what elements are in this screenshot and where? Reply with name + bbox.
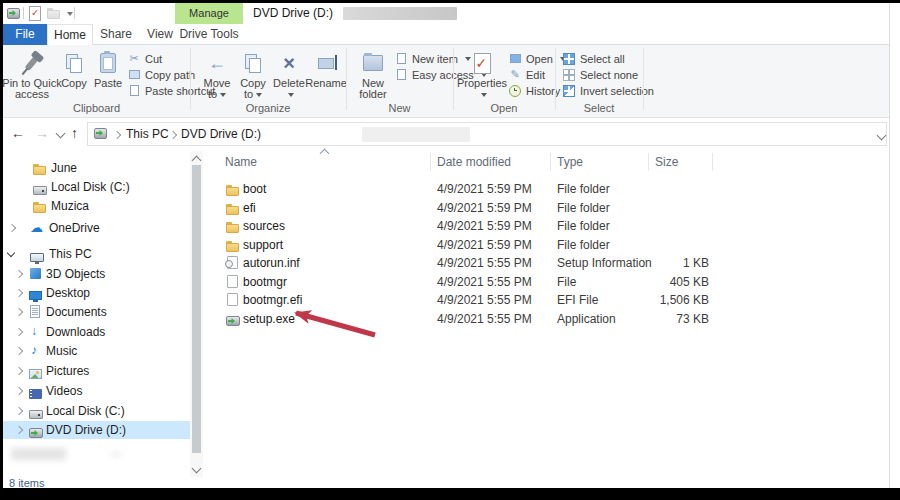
sidebar-item-documents[interactable]: Documents (3, 303, 190, 321)
cut-button[interactable]: ✂ Cut (127, 51, 162, 66)
expand-chevron-icon[interactable] (15, 426, 23, 434)
sidebar-item-dvd-drive-d[interactable]: DVD Drive (D:) (3, 421, 190, 439)
breadcrumb-chevron[interactable] (113, 131, 121, 139)
folder-icon (226, 241, 239, 252)
copy-to-button[interactable]: Copyto (236, 48, 270, 100)
sidebar-label: Local Disk (C:) (46, 402, 125, 420)
properties-button[interactable]: ✓ Properties (460, 48, 504, 100)
scroll-up-arrow[interactable] (192, 156, 202, 166)
paste-button[interactable]: Paste (90, 48, 126, 100)
open-icon (508, 54, 522, 63)
file-type: File folder (557, 217, 610, 235)
sidebar-item-june[interactable]: June (3, 159, 190, 177)
application-icon (226, 316, 240, 326)
address-bar[interactable]: This PC DVD Drive (D:) (87, 122, 887, 146)
column-divider[interactable] (430, 153, 431, 171)
sidebar-item-3d-objects[interactable]: 3D Objects (3, 265, 190, 283)
manage-tool-header[interactable]: Manage (175, 3, 243, 24)
invert-selection-button[interactable]: Invert selection (562, 83, 654, 98)
scroll-down-arrow[interactable] (192, 464, 202, 474)
select-none-button[interactable]: Select none (562, 67, 638, 82)
pin-to-quick-access-button[interactable]: Pin to Quickaccess (6, 48, 58, 100)
sidebar-item-music[interactable]: ♪ Music (3, 342, 190, 360)
sidebar-item-this-pc[interactable]: This PC (3, 245, 190, 263)
sidebar-item-downloads[interactable]: ↓ Downloads (3, 323, 190, 341)
group-divider (643, 48, 644, 110)
back-button[interactable]: ← (11, 125, 25, 141)
tab-drive-tools[interactable]: Drive Tools (175, 24, 243, 45)
expand-chevron-icon[interactable] (15, 328, 23, 336)
cut-label: Cut (145, 53, 162, 65)
tab-share[interactable]: Share (93, 24, 139, 45)
file-row-support[interactable]: support 4/9/2021 5:59 PM File folder (213, 236, 713, 254)
open-button[interactable]: Open (508, 51, 566, 66)
redacted-sidebar-item (11, 448, 66, 460)
file-row-efi[interactable]: efi 4/9/2021 5:59 PM File folder (213, 199, 713, 217)
column-divider[interactable] (550, 153, 551, 171)
select-all-label: Select all (580, 53, 625, 65)
file-type: File folder (557, 236, 610, 254)
sidebar-item-onedrive[interactable]: ☁ OneDrive (3, 219, 190, 237)
qat-customize-arrow[interactable] (67, 12, 73, 16)
sidebar-item-local-disk-c-2[interactable]: Local Disk (C:) (3, 402, 190, 420)
annotation-arrow (268, 296, 398, 351)
up-button[interactable]: ↑ (71, 125, 78, 141)
3d-objects-icon (30, 268, 41, 279)
documents-icon (30, 305, 40, 318)
scrollbar-thumb[interactable] (192, 165, 201, 453)
sidebar-label: DVD Drive (D:) (46, 421, 126, 439)
qat-properties-button[interactable]: ✓ (29, 6, 41, 24)
move-to-button[interactable]: ← Moveto (200, 48, 234, 100)
invert-selection-icon (562, 85, 576, 97)
file-row-bootmgr[interactable]: bootmgr 4/9/2021 5:55 PM File 405 KB (213, 273, 713, 291)
column-header-size[interactable]: Size (655, 155, 678, 169)
file-row-autorun-inf[interactable]: autorun.inf 4/9/2021 5:55 PM Setup Infor… (213, 254, 713, 272)
select-all-button[interactable]: Select all (562, 51, 625, 66)
sidebar-item-desktop[interactable]: Desktop (3, 284, 190, 302)
edit-button[interactable]: ✎ Edit (508, 67, 545, 82)
file-icon (227, 293, 238, 306)
column-divider[interactable] (712, 153, 713, 171)
tab-home[interactable]: Home (47, 24, 93, 45)
tab-file[interactable]: File (3, 24, 47, 45)
expand-chevron-icon[interactable] (8, 224, 16, 232)
file-row-boot[interactable]: boot 4/9/2021 5:59 PM File folder (213, 180, 713, 198)
sidebar-item-videos[interactable]: Videos (3, 382, 190, 400)
expand-chevron-icon[interactable] (15, 289, 23, 297)
expand-chevron-icon[interactable] (15, 367, 23, 375)
file-type: File (557, 273, 576, 291)
column-header-type[interactable]: Type (557, 155, 583, 169)
breadcrumb-this-pc[interactable]: This PC (126, 127, 169, 141)
rename-button[interactable]: Rename (306, 48, 346, 100)
file-date: 4/9/2021 5:55 PM (437, 273, 532, 291)
new-folder-button[interactable]: Newfolder (354, 48, 392, 100)
address-dropdown-chevron[interactable] (877, 131, 887, 141)
qat-folder-button[interactable] (47, 8, 60, 22)
expand-chevron-icon[interactable] (15, 347, 23, 355)
column-header-date-modified[interactable]: Date modified (437, 155, 511, 169)
file-row-sources[interactable]: sources 4/9/2021 5:59 PM File folder (213, 217, 713, 235)
cut-icon: ✂ (127, 52, 141, 65)
expand-chevron-icon[interactable] (15, 308, 23, 316)
copy-button[interactable]: Copy (58, 48, 90, 100)
column-divider[interactable] (648, 153, 649, 171)
expand-chevron-icon[interactable] (15, 270, 23, 278)
forward-button[interactable]: → (35, 125, 49, 141)
sidebar-item-muzica[interactable]: Muzica (3, 197, 190, 215)
delete-button[interactable]: × Delete (272, 48, 306, 100)
collapse-chevron-icon[interactable] (7, 249, 15, 257)
recent-locations-dropdown[interactable] (56, 129, 66, 139)
new-item-label: New item (412, 53, 458, 65)
dvd-drive-icon (7, 8, 20, 22)
history-button[interactable]: History (508, 83, 560, 98)
expand-chevron-icon[interactable] (15, 387, 23, 395)
copy-path-button[interactable]: Copy path (127, 67, 195, 82)
sidebar-item-local-disk-c[interactable]: Local Disk (C:) (3, 178, 190, 196)
dvd-drive-icon (29, 428, 43, 438)
expand-chevron-icon[interactable] (15, 407, 23, 415)
group-label-select: Select (555, 102, 643, 114)
breadcrumb-chevron[interactable] (169, 131, 177, 139)
column-header-name[interactable]: Name (225, 155, 257, 169)
breadcrumb-drive[interactable]: DVD Drive (D:) (181, 127, 261, 141)
sidebar-item-pictures[interactable]: Pictures (3, 362, 190, 380)
